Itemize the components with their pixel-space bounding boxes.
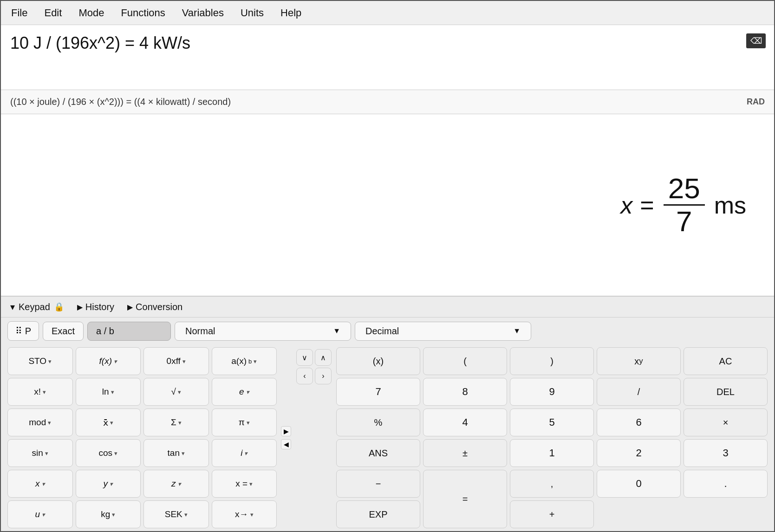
key-5[interactable]: 5 [510, 409, 594, 436]
conversion-toggle[interactable]: ▶ Conversion [127, 302, 182, 312]
arrow-right-nav[interactable]: › [315, 368, 332, 384]
key-cos[interactable]: cos ▾ [76, 439, 141, 467]
key-sqrt[interactable]: √ ▾ [143, 378, 209, 406]
normalized-bar: ((10 × joule) / (196 × (x^2))) = ((4 × k… [1, 90, 774, 114]
mode-row: ⠿ P Exact a / b Normal ▼ Decimal ▼ [1, 318, 774, 344]
key-kg[interactable]: kg ▾ [76, 500, 141, 528]
key-percent[interactable]: % [336, 409, 420, 436]
history-label[interactable]: History [85, 302, 114, 312]
function-keys-grid: STO ▾ f(x) ▾ 0xff ▾ a(x)b ▾ x! ▾ ln ▾ √ … [7, 347, 277, 528]
key-minus[interactable]: − [336, 470, 420, 498]
key-plusminus[interactable]: ± [423, 439, 507, 467]
key-4[interactable]: 4 [423, 409, 507, 436]
result-area: x = 25 7 ms [1, 114, 774, 297]
expand-button[interactable]: ▶ [281, 426, 291, 436]
key-comma[interactable]: , [510, 470, 594, 498]
lock-icon[interactable]: 🔒 [54, 302, 64, 312]
key-divide[interactable]: / [597, 378, 681, 406]
key-del[interactable]: DEL [684, 378, 768, 406]
key-e[interactable]: e ▾ [212, 378, 277, 406]
key-pi[interactable]: π ▾ [212, 409, 277, 436]
key-plus[interactable]: + [510, 500, 594, 528]
keypad-label[interactable]: Keypad [19, 302, 50, 312]
key-7[interactable]: 7 [336, 378, 420, 406]
collapse-button[interactable]: ◀ [281, 439, 291, 449]
arrow-pad: ∨ ∧ ‹ › [295, 347, 332, 528]
key-1[interactable]: 1 [510, 439, 594, 467]
fraction-numerator: 25 [664, 173, 705, 206]
result-unit: ms [714, 191, 746, 219]
key-ln[interactable]: ln ▾ [76, 378, 141, 406]
exact-button[interactable]: Exact [43, 322, 84, 341]
exact-label: Exact [52, 326, 75, 337]
key-9[interactable]: 9 [510, 378, 594, 406]
ab-button[interactable]: a / b [87, 322, 171, 341]
key-dot[interactable]: . [684, 470, 768, 498]
normal-dropdown[interactable]: Normal ▼ [175, 322, 351, 341]
key-axb[interactable]: a(x)b ▾ [212, 347, 277, 375]
keypad-toggle[interactable]: ▾ Keypad 🔒 [10, 301, 64, 312]
conversion-arrow: ▶ [127, 303, 133, 311]
arrow-up[interactable]: ∧ [315, 349, 332, 366]
menu-variables[interactable]: Variables [179, 5, 227, 21]
conversion-label[interactable]: Conversion [136, 302, 182, 312]
menu-functions[interactable]: Functions [118, 5, 168, 21]
input-expression[interactable]: 10 J / (196x^2) = 4 kW/s [10, 33, 727, 53]
key-ac[interactable]: AC [684, 347, 768, 375]
key-tan[interactable]: tan ▾ [143, 439, 209, 467]
key-xbar[interactable]: x̄ ▾ [76, 409, 141, 436]
key-0[interactable]: 0 [597, 470, 681, 498]
keypad-main: STO ▾ f(x) ▾ 0xff ▾ a(x)b ▾ x! ▾ ln ▾ √ … [1, 344, 774, 531]
key-close-paren[interactable]: ) [510, 347, 594, 375]
input-area: 10 J / (196x^2) = 4 kW/s ⌫ [1, 25, 774, 90]
p-label: P [25, 326, 31, 337]
decimal-label: Decimal [365, 326, 399, 337]
key-mod[interactable]: mod ▾ [7, 409, 73, 436]
key-sek[interactable]: SEK ▾ [143, 500, 209, 528]
key-multiply[interactable]: × [684, 409, 768, 436]
key-u[interactable]: u ▾ [7, 500, 73, 528]
backspace-button[interactable]: ⌫ [746, 33, 766, 48]
menu-mode[interactable]: Mode [76, 5, 107, 21]
key-factorial[interactable]: x! ▾ [7, 378, 73, 406]
key-i[interactable]: i ▾ [212, 439, 277, 467]
key-xeq[interactable]: x = ▾ [212, 470, 277, 498]
key-y[interactable]: y ▾ [76, 470, 141, 498]
key-x[interactable]: x ▾ [7, 470, 73, 498]
menu-help[interactable]: Help [278, 5, 304, 21]
decimal-dropdown[interactable]: Decimal ▼ [355, 322, 531, 341]
key-fx[interactable]: f(x) ▾ [76, 347, 141, 375]
key-3[interactable]: 3 [684, 439, 768, 467]
menu-file[interactable]: File [8, 5, 30, 21]
fraction-denominator: 7 [671, 206, 697, 237]
result-variable: x [620, 191, 632, 219]
result-fraction: 25 7 [664, 173, 705, 237]
key-open-paren[interactable]: ( [423, 347, 507, 375]
key-ans[interactable]: ANS [336, 439, 420, 467]
keypad-section: ▾ Keypad 🔒 ▶ History ▶ Conversion ⠿ P Ex… [1, 297, 774, 531]
p-icon: ⠿ [15, 325, 22, 337]
key-sin[interactable]: sin ▾ [7, 439, 73, 467]
keypad-header: ▾ Keypad 🔒 ▶ History ▶ Conversion [1, 297, 774, 318]
key-xarrow[interactable]: x→ ▾ [212, 500, 277, 528]
arrow-left[interactable]: ‹ [296, 368, 313, 384]
history-toggle[interactable]: ▶ History [77, 302, 114, 312]
number-pad: (x) ( ) xy AC 7 8 9 / DEL % 4 5 6 × ANS … [336, 347, 768, 528]
mid-controls: ▶ ◀ [280, 347, 292, 528]
key-xy[interactable]: xy [597, 347, 681, 375]
key-exp[interactable]: EXP [336, 500, 420, 528]
menu-units[interactable]: Units [238, 5, 267, 21]
key-z[interactable]: z ▾ [143, 470, 209, 498]
key-parens-x[interactable]: (x) [336, 347, 420, 375]
key-0xff[interactable]: 0xff ▾ [143, 347, 209, 375]
arrow-down-up[interactable]: ∨ [296, 349, 313, 366]
key-sigma[interactable]: Σ ▾ [143, 409, 209, 436]
angle-mode-label: RAD [747, 97, 765, 107]
p-button[interactable]: ⠿ P [7, 321, 39, 341]
key-6[interactable]: 6 [597, 409, 681, 436]
key-8[interactable]: 8 [423, 378, 507, 406]
menu-edit[interactable]: Edit [41, 5, 65, 21]
key-sto[interactable]: STO ▾ [7, 347, 73, 375]
key-equals[interactable]: = [423, 470, 507, 528]
key-2[interactable]: 2 [597, 439, 681, 467]
